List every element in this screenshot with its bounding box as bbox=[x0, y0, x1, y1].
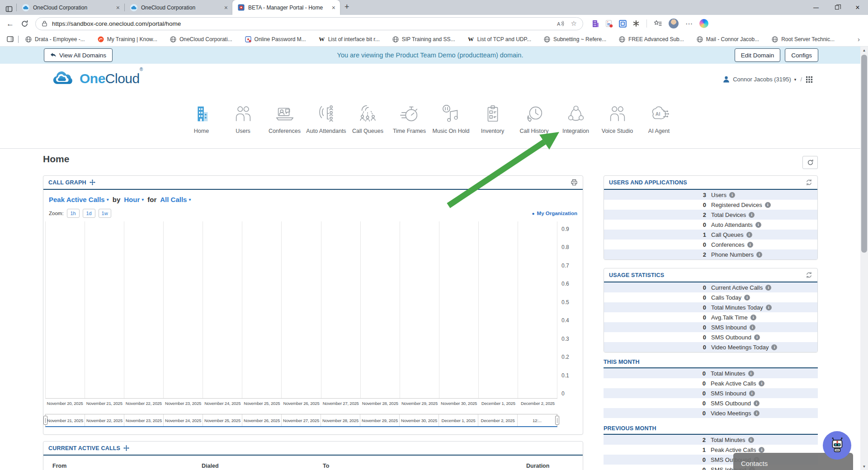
bookmark-item[interactable]: Root Server Technic... bbox=[771, 36, 835, 43]
nav-item-auto-attendants[interactable]: Auto Attendants bbox=[306, 102, 347, 148]
nav-item-conferences[interactable]: Conferences bbox=[264, 102, 306, 148]
bookmark-item[interactable]: FREE Advanced Sub... bbox=[618, 36, 684, 43]
scrollbar-thumb[interactable] bbox=[861, 55, 867, 253]
tab-manager-portal[interactable]: BETA - Manager Portal - Home × bbox=[232, 0, 340, 15]
info-icon[interactable]: i bbox=[729, 192, 735, 198]
page-scrollbar[interactable]: ▲ ▼ bbox=[860, 47, 868, 470]
info-icon[interactable]: i bbox=[754, 410, 760, 416]
info-icon[interactable]: i bbox=[746, 232, 752, 238]
chart-navigator[interactable]: November 21, 2025November 22, 2025Novemb… bbox=[45, 414, 557, 427]
close-button[interactable]: × bbox=[847, 0, 868, 15]
tab-onecloud-1[interactable]: OneCloud Corporation × bbox=[17, 0, 124, 15]
info-icon[interactable]: i bbox=[765, 285, 771, 291]
tab-close-icon[interactable]: × bbox=[115, 4, 121, 11]
legend-my-organization[interactable]: ●My Organization bbox=[532, 211, 578, 216]
new-tab-button[interactable]: + bbox=[344, 2, 349, 12]
bookmark-item[interactable]: WList of interface bit r... bbox=[318, 36, 380, 43]
metric-dropdown[interactable]: Peak Active Calls▾ bbox=[49, 196, 109, 203]
nav-item-ai-agent[interactable]: AI AI Agent bbox=[638, 102, 680, 148]
zoom-1w-button[interactable]: 1w bbox=[99, 209, 111, 218]
navigator-handle-right[interactable] bbox=[555, 416, 559, 425]
nav-item-call-queues[interactable]: Call Queues bbox=[347, 102, 389, 148]
tab-close-icon[interactable]: × bbox=[223, 4, 229, 11]
filter-dropdown[interactable]: All Calls▾ bbox=[160, 196, 191, 203]
building-extension-icon[interactable] bbox=[592, 20, 599, 28]
nav-item-integration[interactable]: Integration bbox=[555, 102, 597, 148]
navigator-handle-left[interactable] bbox=[43, 416, 47, 425]
move-icon[interactable] bbox=[123, 445, 129, 451]
view-all-domains-button[interactable]: View All Domains bbox=[44, 48, 113, 62]
chevron-down-icon[interactable]: ▾ bbox=[794, 77, 797, 82]
minimize-button[interactable]: — bbox=[806, 0, 826, 15]
nav-item-time-frames[interactable]: Time Frames bbox=[389, 102, 430, 148]
nav-item-home[interactable]: Home bbox=[181, 102, 222, 148]
info-icon[interactable]: i bbox=[750, 315, 756, 320]
info-icon[interactable]: i bbox=[747, 242, 753, 248]
bookmark-item[interactable]: Subnetting ~ Refere... bbox=[543, 36, 606, 43]
print-icon[interactable] bbox=[571, 179, 578, 186]
bookmarks-overflow-chevron[interactable]: › bbox=[858, 35, 860, 43]
zoom-1h-button[interactable]: 1h bbox=[67, 209, 80, 218]
chart-plot-area[interactable] bbox=[45, 221, 557, 399]
info-icon[interactable]: i bbox=[771, 344, 777, 350]
profile-avatar[interactable] bbox=[669, 19, 679, 28]
bookmark-item[interactable]: Drata - Employee -... bbox=[25, 36, 85, 43]
info-icon[interactable]: i bbox=[750, 324, 755, 330]
info-icon[interactable]: i bbox=[756, 252, 762, 258]
info-icon[interactable]: i bbox=[749, 390, 755, 396]
address-bar[interactable]: https://sandbox-core.onecloud.com/portal… bbox=[35, 17, 583, 30]
bookmark-item[interactable]: OneCloud Corporati... bbox=[170, 36, 232, 43]
favorite-star-icon[interactable]: ☆ bbox=[571, 19, 577, 28]
url-text[interactable]: https://sandbox-core.onecloud.com/portal… bbox=[52, 20, 181, 27]
info-icon[interactable]: i bbox=[766, 305, 772, 310]
refresh-icon[interactable] bbox=[806, 272, 812, 278]
tab-onecloud-2[interactable]: OneCloud Corporation × bbox=[125, 0, 232, 15]
refresh-icon[interactable] bbox=[806, 179, 812, 186]
read-aloud-icon[interactable]: A bbox=[557, 20, 564, 27]
scroll-down-icon[interactable]: ▼ bbox=[860, 463, 868, 470]
restore-button[interactable] bbox=[826, 0, 847, 15]
copilot-icon[interactable] bbox=[699, 19, 708, 28]
tab-workspaces-icon[interactable] bbox=[5, 5, 13, 13]
bookmark-item[interactable]: Mail - Connor Jacob... bbox=[696, 36, 759, 43]
page-refresh-button[interactable] bbox=[802, 156, 818, 169]
tab-close-icon[interactable]: × bbox=[331, 4, 336, 11]
nav-item-inventory[interactable]: Inventory bbox=[472, 102, 514, 148]
info-icon[interactable]: i bbox=[755, 222, 761, 228]
bookmark-item[interactable]: WList of TCP and UDP... bbox=[467, 36, 531, 43]
info-icon[interactable]: i bbox=[749, 212, 755, 218]
interval-dropdown[interactable]: Hour▾ bbox=[124, 196, 144, 203]
password-manager-extension-icon[interactable] bbox=[605, 20, 613, 28]
bookmark-item[interactable]: Online Password M... bbox=[245, 36, 306, 43]
back-icon[interactable]: ← bbox=[6, 20, 14, 28]
edit-domain-button[interactable]: Edit Domain bbox=[735, 48, 781, 62]
contacts-robot-button[interactable] bbox=[823, 431, 851, 460]
nav-item-music-on-hold[interactable]: Music On Hold bbox=[430, 102, 472, 148]
apps-grid-icon[interactable] bbox=[806, 76, 812, 83]
scroll-up-icon[interactable]: ▲ bbox=[860, 47, 868, 54]
favorites-list-icon[interactable] bbox=[654, 20, 662, 27]
info-icon[interactable]: i bbox=[759, 381, 764, 386]
move-icon[interactable] bbox=[90, 179, 95, 185]
info-icon[interactable]: i bbox=[759, 447, 764, 453]
bookmark-item[interactable]: My Training | Know... bbox=[97, 36, 157, 43]
nav-item-call-history[interactable]: Call History bbox=[514, 102, 555, 148]
nav-item-users[interactable]: Users bbox=[222, 102, 264, 148]
nav-item-voice-studio[interactable]: Voice Studio bbox=[597, 102, 638, 148]
info-icon[interactable]: i bbox=[765, 202, 771, 208]
info-icon[interactable]: i bbox=[748, 371, 754, 376]
info-icon[interactable]: i bbox=[744, 295, 750, 301]
more-options-icon[interactable]: ⋯ bbox=[685, 19, 693, 28]
info-icon[interactable]: i bbox=[754, 400, 760, 406]
configs-button[interactable]: Configs bbox=[785, 48, 818, 62]
bookmark-item[interactable]: SIP Training and SS... bbox=[392, 36, 455, 43]
info-icon[interactable]: i bbox=[754, 334, 760, 340]
screen-capture-extension-icon[interactable] bbox=[619, 20, 627, 28]
refresh-icon[interactable] bbox=[21, 20, 28, 28]
info-icon[interactable]: i bbox=[748, 437, 754, 443]
asterisk-extension-icon[interactable] bbox=[632, 20, 640, 27]
onecloud-logo[interactable]: OneCloud® bbox=[52, 70, 143, 87]
user-name[interactable]: Connor Jacobs (3195) bbox=[733, 76, 791, 83]
zoom-1d-button[interactable]: 1d bbox=[83, 209, 95, 218]
sidebar-panel-icon[interactable] bbox=[6, 36, 14, 43]
